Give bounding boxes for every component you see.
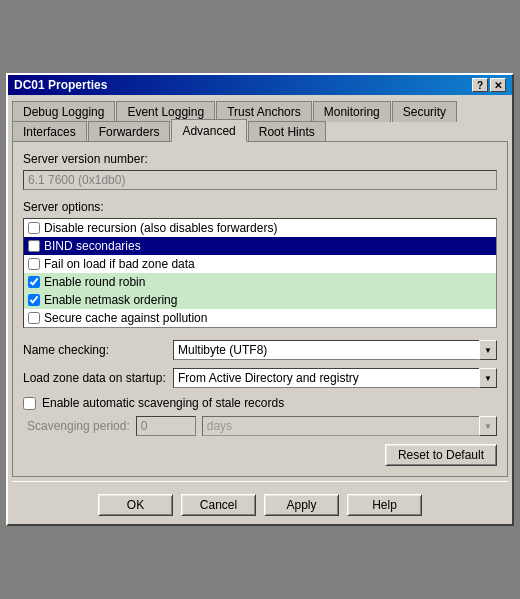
checkbox-disable-recursion[interactable] (28, 222, 40, 234)
option-disable-recursion[interactable]: Disable recursion (also disables forward… (24, 219, 496, 237)
server-options-box: Disable recursion (also disables forward… (23, 218, 497, 328)
reset-row: Reset to Default (23, 444, 497, 466)
name-checking-select-wrapper: Multibyte (UTF8) Strict RFC (ANSI) Non R… (173, 340, 497, 360)
tab-monitoring[interactable]: Monitoring (313, 101, 391, 122)
tab-debug-logging[interactable]: Debug Logging (12, 101, 115, 122)
checkbox-scavenging[interactable] (23, 397, 36, 410)
ok-button[interactable]: OK (98, 494, 173, 516)
scavenging-period-row: Scavenging period: days hours ▼ (23, 416, 497, 436)
load-zone-label: Load zone data on startup: (23, 371, 173, 385)
scavenging-unit-arrow-icon: ▼ (479, 416, 497, 436)
title-bar: DC01 Properties ? ✕ (8, 75, 512, 95)
help-title-btn[interactable]: ? (472, 78, 488, 92)
checkbox-secure-cache[interactable] (28, 312, 40, 324)
checkbox-bind-secondaries[interactable] (28, 240, 40, 252)
server-version-input (23, 170, 497, 190)
separator (12, 481, 508, 482)
title-bar-buttons: ? ✕ (472, 78, 506, 92)
load-zone-arrow-icon[interactable]: ▼ (479, 368, 497, 388)
help-button[interactable]: Help (347, 494, 422, 516)
scavenging-row: Enable automatic scavenging of stale rec… (23, 396, 497, 410)
name-checking-label: Name checking: (23, 343, 173, 357)
option-secure-cache[interactable]: Secure cache against pollution (24, 309, 496, 327)
checkbox-fail-on-load[interactable] (28, 258, 40, 270)
server-options-label: Server options: (23, 200, 497, 214)
window-title: DC01 Properties (14, 78, 107, 92)
load-zone-select-wrapper: From Active Directory and registry From … (173, 368, 497, 388)
reset-to-default-button[interactable]: Reset to Default (385, 444, 497, 466)
content-area: Server version number: Server options: D… (12, 141, 508, 477)
cancel-button[interactable]: Cancel (181, 494, 256, 516)
bottom-buttons: OK Cancel Apply Help (8, 486, 512, 524)
name-checking-arrow-icon[interactable]: ▼ (479, 340, 497, 360)
tab-row-2: Interfaces Forwarders Advanced Root Hint… (12, 119, 508, 142)
name-checking-row: Name checking: Multibyte (UTF8) Strict R… (23, 340, 497, 360)
scavenging-label: Enable automatic scavenging of stale rec… (42, 396, 284, 410)
tab-advanced[interactable]: Advanced (171, 119, 246, 142)
checkbox-enable-round-robin[interactable] (28, 276, 40, 288)
load-zone-row: Load zone data on startup: From Active D… (23, 368, 497, 388)
main-window: DC01 Properties ? ✕ Debug Logging Event … (6, 73, 514, 526)
tab-security[interactable]: Security (392, 101, 457, 122)
scavenging-unit-select: days hours (202, 416, 497, 436)
load-zone-select[interactable]: From Active Directory and registry From … (173, 368, 497, 388)
option-fail-on-load[interactable]: Fail on load if bad zone data (24, 255, 496, 273)
close-title-btn[interactable]: ✕ (490, 78, 506, 92)
tab-container: Debug Logging Event Logging Trust Anchor… (8, 95, 512, 142)
scavenging-period-label: Scavenging period: (27, 419, 130, 433)
option-enable-netmask[interactable]: Enable netmask ordering (24, 291, 496, 309)
tab-row-1: Debug Logging Event Logging Trust Anchor… (12, 99, 508, 120)
option-bind-secondaries[interactable]: BIND secondaries (24, 237, 496, 255)
server-version-label: Server version number: (23, 152, 497, 166)
scavenging-period-input (136, 416, 196, 436)
name-checking-select[interactable]: Multibyte (UTF8) Strict RFC (ANSI) Non R… (173, 340, 497, 360)
scavenging-unit-wrapper: days hours ▼ (202, 416, 497, 436)
apply-button[interactable]: Apply (264, 494, 339, 516)
option-enable-round-robin[interactable]: Enable round robin (24, 273, 496, 291)
checkbox-enable-netmask[interactable] (28, 294, 40, 306)
